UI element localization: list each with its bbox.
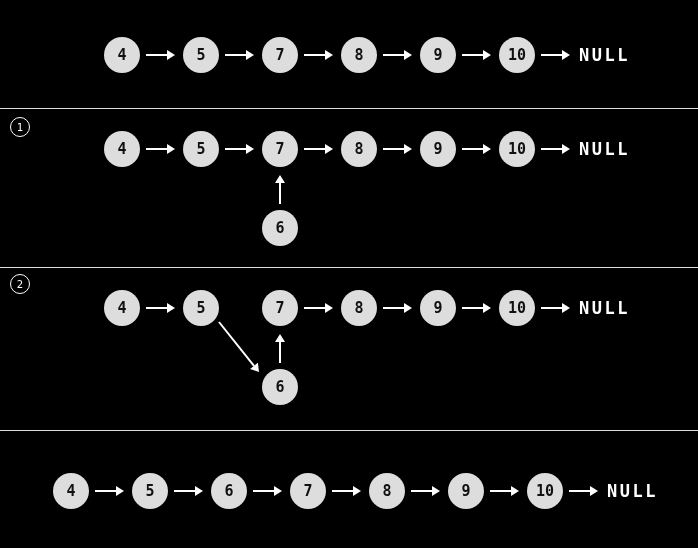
list-node: 9: [420, 37, 456, 73]
list-node: 8: [369, 473, 405, 509]
svg-marker-29: [325, 303, 333, 313]
arrow-icon: [324, 483, 369, 499]
svg-marker-3: [246, 50, 254, 60]
arrow-icon: [138, 300, 183, 316]
arrow-icon: [211, 314, 267, 380]
arrow-icon: [403, 483, 448, 499]
null-label: NULL: [579, 139, 630, 159]
list-node: 9: [420, 290, 456, 326]
list-node: 5: [183, 37, 219, 73]
svg-marker-39: [275, 334, 285, 342]
list-node: 7: [262, 131, 298, 167]
svg-marker-41: [116, 486, 124, 496]
arrow-icon: [296, 47, 341, 63]
arrow-icon: [272, 167, 288, 212]
svg-marker-5: [325, 50, 333, 60]
list-node: 8: [341, 37, 377, 73]
svg-marker-45: [274, 486, 282, 496]
diagram-panel: 245789106NULL: [0, 268, 698, 431]
svg-marker-31: [404, 303, 412, 313]
arrow-icon: [561, 483, 606, 499]
list-node: 5: [132, 473, 168, 509]
arrow-icon: [533, 47, 578, 63]
list-node: 8: [341, 290, 377, 326]
svg-marker-27: [167, 303, 175, 313]
svg-marker-35: [562, 303, 570, 313]
list-node: 10: [499, 290, 535, 326]
svg-marker-21: [483, 144, 491, 154]
svg-marker-17: [325, 144, 333, 154]
arrow-icon: [296, 300, 341, 316]
arrow-icon: [296, 141, 341, 157]
list-node: 7: [262, 37, 298, 73]
svg-marker-7: [404, 50, 412, 60]
list-node: 4: [104, 290, 140, 326]
arrow-icon: [375, 141, 420, 157]
arrow-icon: [482, 483, 527, 499]
arrow-icon: [138, 47, 183, 63]
diagram-panel: 145789106NULL: [0, 109, 698, 268]
svg-marker-15: [246, 144, 254, 154]
arrow-icon: [166, 483, 211, 499]
svg-marker-25: [275, 175, 285, 183]
list-node: 4: [53, 473, 89, 509]
arrow-icon: [375, 47, 420, 63]
step-badge: 2: [10, 274, 30, 294]
list-node: 10: [499, 37, 535, 73]
arrow-icon: [217, 47, 262, 63]
list-node: 8: [341, 131, 377, 167]
arrow-icon: [375, 300, 420, 316]
list-node: 5: [183, 131, 219, 167]
list-node: 6: [211, 473, 247, 509]
null-label: NULL: [579, 45, 630, 65]
arrow-icon: [138, 141, 183, 157]
list-node: 7: [290, 473, 326, 509]
arrow-icon: [454, 47, 499, 63]
svg-marker-53: [590, 486, 598, 496]
list-node: 4: [104, 37, 140, 73]
svg-marker-23: [562, 144, 570, 154]
svg-marker-11: [562, 50, 570, 60]
arrow-icon: [533, 300, 578, 316]
list-node: 9: [448, 473, 484, 509]
svg-marker-9: [483, 50, 491, 60]
list-node: 4: [104, 131, 140, 167]
list-node: 7: [262, 290, 298, 326]
svg-line-36: [219, 322, 254, 366]
list-node: 6: [262, 369, 298, 405]
list-node: 9: [420, 131, 456, 167]
svg-marker-13: [167, 144, 175, 154]
list-node: 10: [499, 131, 535, 167]
svg-marker-33: [483, 303, 491, 313]
list-node: 6: [262, 210, 298, 246]
diagram-panel: 45678910NULL: [0, 431, 698, 548]
arrow-icon: [454, 300, 499, 316]
step-badge: 1: [10, 117, 30, 137]
svg-marker-19: [404, 144, 412, 154]
svg-marker-49: [432, 486, 440, 496]
arrow-icon: [272, 326, 288, 371]
list-node: 10: [527, 473, 563, 509]
null-label: NULL: [607, 481, 658, 501]
diagram-panel: 4578910NULL: [0, 0, 698, 109]
svg-marker-47: [353, 486, 361, 496]
arrow-icon: [87, 483, 132, 499]
arrow-icon: [217, 141, 262, 157]
svg-marker-51: [511, 486, 519, 496]
svg-marker-1: [167, 50, 175, 60]
svg-marker-43: [195, 486, 203, 496]
arrow-icon: [454, 141, 499, 157]
arrow-icon: [245, 483, 290, 499]
null-label: NULL: [579, 298, 630, 318]
arrow-icon: [533, 141, 578, 157]
